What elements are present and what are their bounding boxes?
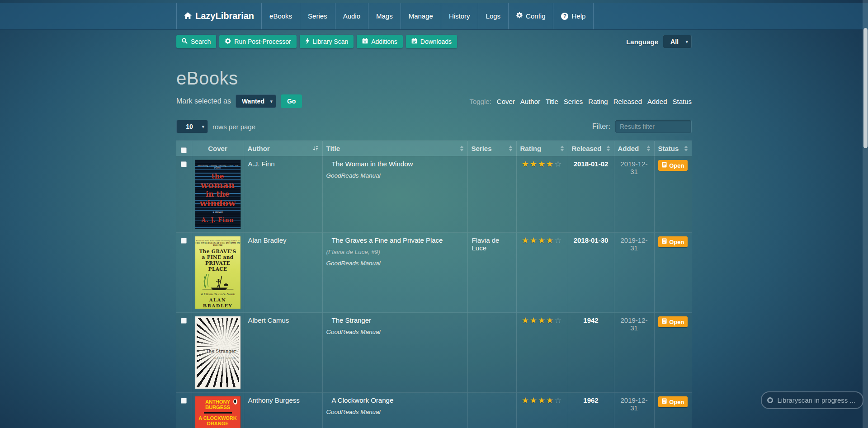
- star-icon: ★: [522, 395, 530, 405]
- nav-item-series[interactable]: Series: [300, 3, 335, 29]
- toggle-link-cover[interactable]: Cover: [497, 98, 515, 105]
- mark-status-select[interactable]: Wanted ▾: [236, 94, 276, 108]
- language-select[interactable]: All ▾: [663, 35, 692, 48]
- series-cell: [467, 313, 516, 393]
- library-scan-button[interactable]: Library Scan: [300, 35, 354, 48]
- rows-per-page-select[interactable]: 10 ▾: [176, 120, 208, 133]
- nav-item-mags[interactable]: Mags: [368, 3, 401, 29]
- brand-label: LazyLibrarian: [195, 11, 254, 21]
- column-header-added[interactable]: Added: [614, 141, 654, 156]
- row-checkbox[interactable]: [181, 398, 187, 404]
- toggle-link-rating[interactable]: Rating: [588, 98, 608, 105]
- book-cover[interactable]: “Astounding. Thrilling. Amazing.” —GILLI…: [195, 160, 241, 229]
- cover-title: ORANGE: [198, 421, 237, 426]
- star-icon: ★: [530, 235, 538, 245]
- toggle-link-title[interactable]: Title: [546, 98, 558, 105]
- checkbox[interactable]: [181, 147, 187, 153]
- open-button[interactable]: Open: [658, 160, 688, 171]
- released-cell: 2018-01-30: [568, 233, 614, 313]
- go-button[interactable]: Go: [281, 94, 302, 108]
- toggle-link-released[interactable]: Released: [613, 98, 642, 105]
- mark-status-value: Wanted: [242, 98, 264, 105]
- filter-input[interactable]: [615, 120, 692, 133]
- book-cover[interactable]: The Stranger ALBERT CAMUS: [195, 316, 241, 389]
- column-header-rating[interactable]: Rating: [516, 141, 568, 156]
- ebooks-table: Cover Author Title Series Rating Release…: [176, 141, 692, 428]
- cover-note: a novel: [213, 210, 223, 213]
- divider: [204, 412, 232, 414]
- nav-item-help[interactable]: ? Help: [553, 3, 593, 29]
- toggle-link-status[interactable]: Status: [672, 98, 692, 105]
- nav-item-ebooks[interactable]: eBooks: [262, 3, 300, 29]
- search-button[interactable]: Search: [176, 35, 216, 48]
- column-label: Status: [658, 145, 679, 152]
- nav-label: Series: [308, 12, 327, 20]
- cover-title: PRIVATE PLACE: [195, 260, 241, 272]
- rating-stars: ★★★★☆: [520, 316, 564, 325]
- star-icon: ★: [522, 315, 530, 325]
- book-source: GoodReads Manual: [326, 172, 464, 179]
- book-title-link[interactable]: The Graves a Fine and Private Place: [326, 236, 443, 244]
- book-title-link[interactable]: The Woman in the Window: [326, 160, 413, 168]
- run-post-processor-button[interactable]: Run Post-Processor: [219, 35, 296, 48]
- rating-stars: ★★★★☆: [520, 236, 564, 245]
- nav-item-audio[interactable]: Audio: [335, 3, 368, 29]
- row-checkbox[interactable]: [181, 161, 187, 167]
- open-button[interactable]: Open: [658, 396, 688, 407]
- nav-label: Config: [526, 12, 545, 20]
- star-icon: ★: [530, 315, 538, 325]
- star-icon: ★: [546, 395, 554, 405]
- open-button-label: Open: [669, 162, 684, 169]
- scrollbar-thumb[interactable]: [863, 28, 868, 148]
- star-icon: ☆: [554, 315, 562, 325]
- toast-message: Libraryscan in progress ...: [777, 396, 855, 404]
- nav-label: eBooks: [269, 12, 292, 20]
- released-cell: 1962: [568, 393, 614, 428]
- additions-button[interactable]: Additions: [357, 35, 403, 48]
- column-header-author[interactable]: Author: [244, 141, 322, 156]
- scrollbar-track[interactable]: [863, 0, 868, 428]
- row-checkbox[interactable]: [181, 238, 187, 244]
- nav-item-manage[interactable]: Manage: [401, 3, 441, 29]
- toggle-link-series[interactable]: Series: [564, 98, 583, 105]
- book-cover[interactable]: From the New York Times bestselling auth…: [195, 236, 241, 309]
- cover-author: A. J. Finn: [202, 217, 234, 223]
- nav-label: Audio: [343, 12, 360, 20]
- libraryscan-toast: Libraryscan in progress ...: [761, 391, 863, 409]
- calendar-plus-icon: [362, 38, 368, 45]
- column-label: Released: [572, 145, 602, 152]
- spinner-icon: [767, 397, 773, 403]
- penguin-logo-icon: [233, 399, 237, 404]
- nav-item-config[interactable]: Config: [509, 3, 553, 29]
- toggle-link-added[interactable]: Added: [647, 98, 667, 105]
- column-header-title[interactable]: Title: [322, 141, 467, 156]
- rows-per-page-value: 10: [186, 123, 193, 130]
- open-button[interactable]: Open: [658, 236, 688, 247]
- page-title: eBooks: [176, 68, 692, 89]
- nav-label: History: [449, 12, 470, 20]
- nav-item-history[interactable]: History: [441, 3, 478, 29]
- row-checkbox[interactable]: [181, 318, 187, 324]
- cover-tagline: THE SWEETNESS AT THE BOTTOM OF THE PIE: [195, 242, 241, 246]
- book-title-link[interactable]: The Stranger: [326, 316, 372, 324]
- toggle-link-author[interactable]: Author: [520, 98, 540, 105]
- top-navbar: LazyLibrarian eBooks Series Audio Mags M…: [0, 3, 868, 30]
- table-row: The Stranger ALBERT CAMUS Albert Camus T…: [176, 313, 692, 393]
- star-icon: ★: [546, 315, 554, 325]
- library-scan-label: Library Scan: [313, 38, 349, 45]
- nav-item-logs[interactable]: Logs: [478, 3, 509, 29]
- added-cell: 2019-12-31: [614, 393, 654, 428]
- column-header-series[interactable]: Series: [467, 141, 516, 156]
- book-cover[interactable]: ANTHONY BURGESS A CLOCKWORK ORANGE: [195, 396, 241, 428]
- book-icon: [662, 162, 667, 169]
- additions-label: Additions: [371, 38, 397, 45]
- star-icon: ★: [530, 159, 538, 169]
- column-header-released[interactable]: Released: [568, 141, 614, 156]
- select-all-checkbox-header[interactable]: [176, 141, 192, 156]
- downloads-button[interactable]: Downloads: [406, 35, 457, 48]
- column-header-status[interactable]: Status: [654, 141, 692, 156]
- search-icon: [182, 38, 188, 45]
- book-title-link[interactable]: A Clockwork Orange: [326, 396, 394, 404]
- brand-link[interactable]: LazyLibrarian: [176, 3, 262, 29]
- open-button[interactable]: Open: [658, 316, 688, 327]
